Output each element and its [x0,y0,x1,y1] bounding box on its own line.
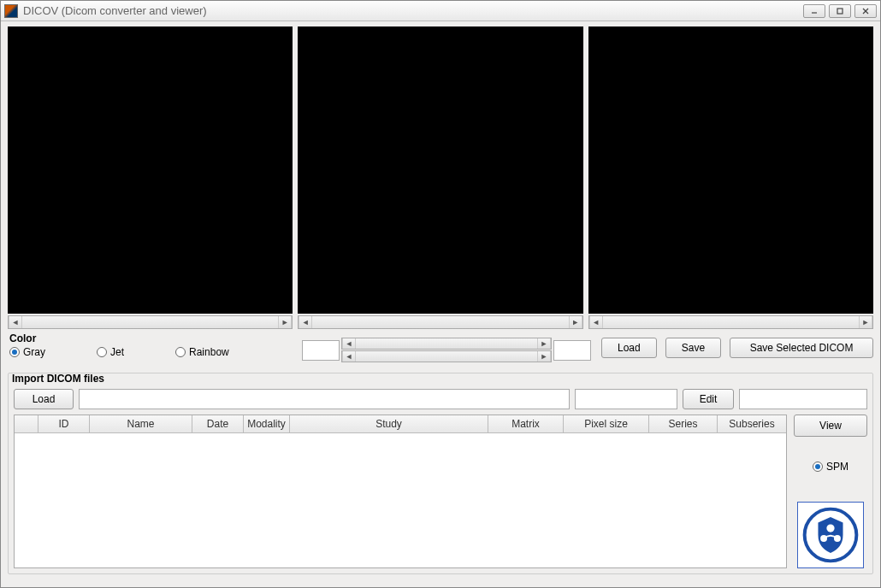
window-buttons [803,4,877,18]
import-load-button[interactable]: Load [14,389,74,409]
scroll-right-icon[interactable]: ► [278,316,292,328]
radio-dot-icon [175,347,186,357]
svg-point-5 [826,524,834,532]
edit-button[interactable]: Edit [683,389,734,409]
th-blank [15,415,38,432]
side-column: View SPM [794,415,867,568]
image-pane-2[interactable] [298,26,582,314]
radio-label: Jet [110,346,124,358]
level-scrollbar-bottom[interactable]: ◄ ► [341,350,552,362]
table-header: ID Name Date Modality Study Matrix Pixel… [15,415,786,433]
scroll-track[interactable] [22,316,278,328]
view-button[interactable]: View [794,415,867,437]
dicom-table[interactable]: ID Name Date Modality Study Matrix Pixel… [14,415,787,568]
import-filter-input[interactable] [575,389,677,409]
scroll-left-icon[interactable]: ◄ [589,316,603,328]
th-name: Name [90,415,192,432]
import-path-input[interactable] [79,389,570,409]
scroll-right-icon[interactable]: ► [537,338,551,349]
th-matrix: Matrix [488,415,564,432]
pane2-hscrollbar[interactable]: ◄ ► [298,315,582,329]
scroll-track[interactable] [356,338,537,349]
pane3-hscrollbar[interactable]: ◄ ► [588,315,873,329]
maximize-button[interactable] [829,4,851,18]
minimize-button[interactable] [803,4,825,18]
level-min-input[interactable] [302,340,340,361]
radio-gray[interactable]: Gray [9,346,45,358]
scroll-right-icon[interactable]: ► [537,351,551,362]
image-pane-1[interactable] [8,26,293,314]
load-button[interactable]: Load [601,338,657,358]
color-group: Color Gray Jet Rainbow [8,332,297,358]
radio-label: SPM [826,461,848,473]
color-label: Color [9,332,297,344]
window-title: DICOV (Dicom converter and viewer) [23,4,803,17]
th-study: Study [290,415,488,432]
radio-rainbow[interactable]: Rainbow [175,346,229,358]
scroll-left-icon[interactable]: ◄ [9,316,22,328]
university-logo [797,502,864,568]
th-date: Date [192,415,244,432]
scroll-track[interactable] [603,316,859,328]
th-pixel-size: Pixel size [564,415,649,432]
import-section: Import DICOM files Load Edit ID Name Dat… [8,373,873,574]
content-area: ◄ ► ◄ ► ◄ ► [1,21,880,587]
scroll-left-icon[interactable]: ◄ [342,351,356,362]
scroll-left-icon[interactable]: ◄ [299,316,312,328]
level-scrollbar-top[interactable]: ◄ ► [341,338,552,350]
controls-row: Color Gray Jet Rainbow ◄ ► ◄ [8,332,873,362]
titlebar: DICOV (Dicom converter and viewer) [1,1,880,21]
radio-spm[interactable]: SPM [813,461,848,473]
th-id: ID [38,415,90,432]
save-button[interactable]: Save [665,338,721,358]
scroll-track[interactable] [356,351,537,362]
radio-label: Rainbow [189,346,229,358]
save-selected-dicom-button[interactable]: Save Selected DICOM [730,338,873,358]
radio-dot-icon [9,347,20,357]
radio-label: Gray [23,346,45,358]
level-max-input[interactable] [553,340,591,361]
th-modality: Modality [244,415,290,432]
th-series: Series [649,415,718,432]
svg-rect-1 [837,9,843,14]
app-icon [4,4,18,18]
scroll-left-icon[interactable]: ◄ [342,338,356,349]
import-extra-input[interactable] [739,389,867,409]
import-label: Import DICOM files [12,373,876,385]
th-subseries: Subseries [718,415,786,432]
radio-jet[interactable]: Jet [97,346,124,358]
image-panes-row: ◄ ► ◄ ► ◄ ► [8,26,873,329]
radio-dot-icon [813,462,823,472]
scroll-right-icon[interactable]: ► [859,316,872,328]
pane1-hscrollbar[interactable]: ◄ ► [8,315,293,329]
app-window: DICOV (Dicom converter and viewer) ◄ ► ◄ [0,0,881,588]
close-button[interactable] [854,4,877,18]
image-pane-3[interactable] [588,26,873,314]
scroll-right-icon[interactable]: ► [569,316,582,328]
window-level-controls: ◄ ► ◄ ► [302,338,591,362]
action-buttons: Load Save Save Selected DICOM [596,338,873,358]
shield-logo-icon [802,507,859,563]
scroll-track[interactable] [312,316,568,328]
radio-dot-icon [97,347,107,357]
